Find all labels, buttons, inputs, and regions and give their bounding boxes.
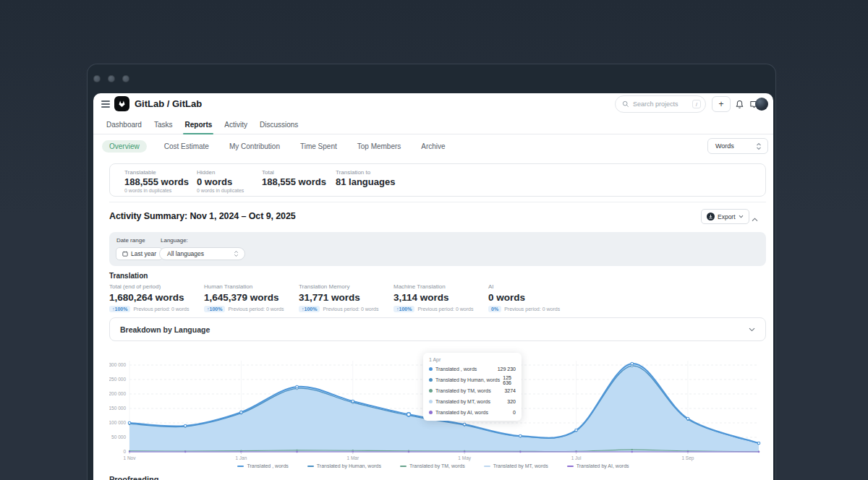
subtab-time-spent[interactable]: Time Spent: [297, 140, 340, 153]
subtab-archive[interactable]: Archive: [418, 140, 448, 153]
tooltip-row: Translated by MT, words 320: [429, 396, 516, 407]
series-dot: [429, 400, 433, 403]
legend-dash: [307, 466, 314, 467]
app-content: GitLab / GitLab / +: [93, 93, 773, 480]
filters-panel: Date range Language: Last year All langu…: [109, 232, 766, 266]
stat-total: Total 188,555 words: [262, 169, 336, 191]
next-section-title: Proofreading: [109, 475, 158, 480]
translation-section-title: Translation: [109, 272, 148, 280]
svg-text:1 Mar: 1 Mar: [346, 455, 359, 460]
project-title: GitLab / GitLab: [135, 98, 202, 109]
activity-summary-title: Activity Summary: Nov 1, 2024 – Oct 9, 2…: [109, 211, 296, 221]
trend-badge: ↑100%: [393, 306, 414, 312]
activity-chart[interactable]: 050 000100 000150 000200 000250 000300 0…: [109, 351, 766, 462]
breakdown-title: Breakdown by Language: [120, 325, 749, 334]
tooltip-row: Translated , words 129 230: [429, 364, 516, 374]
window-controls: [93, 75, 129, 82]
series-dot: [429, 411, 433, 414]
translation-stat-ai: AI 0 words 0%Previous period: 0 words: [488, 283, 583, 312]
units-select[interactable]: Words: [707, 138, 768, 154]
window-minimize-button[interactable]: [108, 75, 115, 82]
tab-discussions[interactable]: Discussions: [260, 115, 298, 134]
legend-dash: [237, 466, 244, 467]
trend-badge: 0%: [488, 306, 501, 312]
svg-text:250 000: 250 000: [109, 377, 126, 382]
date-range-label: Date range: [116, 237, 145, 244]
search-shortcut-hint: /: [692, 100, 701, 108]
series-dot: [429, 367, 433, 371]
stat-hidden: Hidden 0 words 0 words in duplicates: [197, 169, 262, 191]
section-divider: [109, 202, 766, 202]
svg-text:1 Jul: 1 Jul: [571, 455, 582, 460]
tab-dashboard[interactable]: Dashboard: [106, 115, 142, 134]
chevron-down-icon: [749, 327, 755, 332]
hamburger-menu-icon[interactable]: [101, 100, 110, 108]
translation-stat-total: Total (end of period) 1,680,264 words ↑1…: [109, 283, 204, 312]
tooltip-row: Translated by Human, words 125 636: [429, 374, 516, 385]
units-select-value: Words: [715, 142, 756, 150]
tab-activity[interactable]: Activity: [224, 115, 247, 134]
translation-stats-row: Total (end of period) 1,680,264 words ↑1…: [109, 283, 583, 312]
search-icon: [622, 100, 629, 108]
browser-window: GitLab / GitLab / +: [87, 64, 776, 480]
legend-dash: [567, 466, 574, 467]
legend-item-ai[interactable]: Translated by AI, words: [567, 463, 629, 468]
tooltip-row: Translated by TM, words 3274: [429, 385, 516, 396]
legend-item-tm[interactable]: Translated by TM, words: [400, 463, 465, 468]
stat-translatable: Translatable 188,555 words 0 words in du…: [124, 169, 197, 191]
project-logo[interactable]: [114, 96, 129, 111]
svg-text:0: 0: [123, 449, 126, 454]
svg-text:1 Jan: 1 Jan: [235, 455, 247, 460]
trend-badge: ↑100%: [204, 306, 225, 312]
breakdown-by-language-panel[interactable]: Breakdown by Language: [109, 317, 766, 341]
trend-badge: ↑100%: [299, 306, 320, 312]
legend-item-mt[interactable]: Translated by MT, words: [484, 463, 548, 468]
notifications-bell-icon[interactable]: [735, 99, 745, 109]
date-range-button[interactable]: Last year: [116, 247, 163, 260]
tooltip-date: 1 Apr: [429, 357, 516, 362]
translation-stat-human: Human Translation 1,645,379 words ↑100%P…: [204, 283, 299, 312]
svg-text:1 Sep: 1 Sep: [681, 455, 694, 461]
svg-text:100 000: 100 000: [109, 420, 126, 425]
desktop-background: { "theme": { "accent_green": "#3d9a6f", …: [0, 0, 868, 480]
search-box[interactable]: /: [615, 95, 706, 113]
svg-text:150 000: 150 000: [109, 406, 126, 411]
export-button[interactable]: Export: [701, 209, 749, 224]
legend-item-human[interactable]: Translated by Human, words: [307, 463, 381, 468]
chart-legend: Translated , words Translated by Human, …: [93, 463, 773, 468]
app-header: GitLab / GitLab / +: [93, 93, 773, 115]
translation-stat-mt: Machine Translation 3,114 words ↑100%Pre…: [393, 283, 488, 312]
subtab-my-contribution[interactable]: My Contribution: [226, 140, 283, 153]
svg-text:300 000: 300 000: [109, 362, 126, 367]
legend-dash: [484, 466, 490, 467]
window-close-button[interactable]: [93, 75, 101, 82]
subtab-cost-estimate[interactable]: Cost Estimate: [161, 140, 212, 153]
tab-reports[interactable]: Reports: [184, 115, 212, 134]
legend-item-translated[interactable]: Translated , words: [237, 463, 288, 468]
select-caret-icon: [234, 250, 239, 257]
gitlab-tanuki-icon: [117, 99, 127, 108]
subtab-top-members[interactable]: Top Members: [354, 140, 404, 153]
tab-tasks[interactable]: Tasks: [154, 115, 173, 134]
svg-text:50 000: 50 000: [111, 434, 126, 440]
search-input[interactable]: [633, 100, 692, 108]
svg-text:1 May: 1 May: [458, 455, 471, 461]
chart-tooltip: 1 Apr Translated , words 129 230 Transla…: [423, 353, 522, 421]
language-label: Language:: [161, 237, 188, 244]
svg-text:1 Nov: 1 Nov: [124, 455, 137, 460]
summary-stats-card: Translatable 188,555 words 0 words in du…: [109, 163, 766, 197]
download-icon: [707, 213, 715, 220]
export-caret-icon: [739, 215, 744, 218]
collapse-section-icon[interactable]: [752, 212, 758, 225]
user-avatar[interactable]: [755, 98, 768, 111]
stat-translation-to: Translation to 81 languages: [336, 169, 395, 191]
project-nav-tabs: Dashboard Tasks Reports Activity Discuss…: [93, 115, 773, 134]
tooltip-row: Translated by AI, words 0: [429, 407, 516, 418]
subtab-overview[interactable]: Overview: [102, 140, 147, 153]
language-select[interactable]: All languages: [159, 247, 245, 260]
report-subtabs: Overview Cost Estimate My Contribution T…: [93, 134, 773, 160]
translation-stat-tm: Translation Memory 31,771 words ↑100%Pre…: [299, 283, 393, 312]
legend-dash: [400, 466, 407, 467]
window-maximize-button[interactable]: [122, 75, 129, 82]
create-new-button[interactable]: +: [712, 96, 731, 112]
